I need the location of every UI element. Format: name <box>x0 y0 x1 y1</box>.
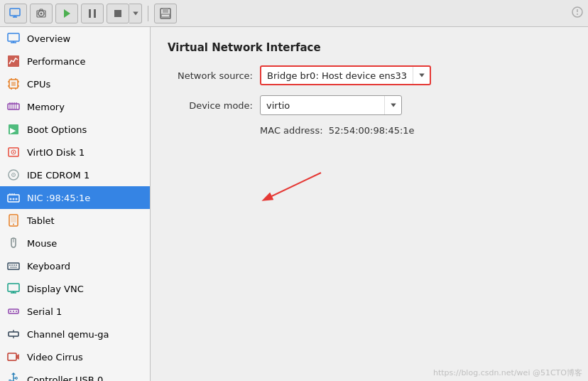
sidebar-item-video-cirrus[interactable]: Video Cirrus <box>0 345 150 368</box>
device-mode-dropdown[interactable]: virtio <box>260 95 402 115</box>
mac-address-row: MAC address: 52:54:00:98:45:1e <box>260 125 571 136</box>
save-button[interactable] <box>154 4 177 23</box>
cdrom-icon <box>6 167 21 183</box>
mouse-icon <box>6 235 21 251</box>
sidebar-item-serial-label: Serial 1 <box>27 306 62 317</box>
sidebar-item-ide-cdrom-label: IDE CDROM 1 <box>27 170 89 181</box>
sidebar-item-nic-label: NIC :98:45:1e <box>27 193 90 203</box>
svg-point-53 <box>13 198 15 200</box>
sidebar-item-performance[interactable]: Performance <box>0 50 150 73</box>
sidebar-item-overview-label: Overview <box>27 33 70 44</box>
toolbar-right-area <box>571 6 584 21</box>
svg-line-101 <box>264 173 321 200</box>
svg-rect-62 <box>13 264 15 266</box>
device-mode-row: Device mode: virtio <box>168 95 571 115</box>
watermark: https://blog.csdn.net/wei @51CTO博客 <box>433 367 582 378</box>
tablet-icon <box>6 213 21 228</box>
network-source-value: Bridge br0: Host device ens33 <box>261 70 413 81</box>
svg-rect-72 <box>9 332 18 336</box>
sidebar-item-keyboard-label: Keyboard <box>27 261 70 272</box>
sidebar-item-mouse-label: Mouse <box>27 238 57 249</box>
svg-point-71 <box>16 311 17 312</box>
device-mode-value: virtio <box>261 100 384 111</box>
svg-rect-0 <box>10 9 20 16</box>
monitor-icon <box>6 31 21 46</box>
network-source-row: Network source: Bridge br0: Host device … <box>168 65 571 85</box>
svg-point-4 <box>40 12 43 14</box>
sidebar-item-memory[interactable]: Memory <box>0 95 150 118</box>
svg-rect-65 <box>8 284 19 291</box>
svg-marker-98 <box>419 74 425 77</box>
nic-icon <box>6 190 21 205</box>
sidebar-item-controller-usb-0[interactable]: Controller USB 0 <box>0 368 150 381</box>
sidebar-item-keyboard[interactable]: Keyboard <box>0 254 150 277</box>
svg-rect-9 <box>114 10 121 17</box>
mac-address-value: 52:54:00:98:45:1e <box>329 125 415 136</box>
pause-button[interactable] <box>81 4 104 23</box>
sidebar-item-mouse[interactable]: Mouse <box>0 232 150 254</box>
svg-point-54 <box>16 198 18 200</box>
svg-rect-75 <box>8 353 16 360</box>
boot-icon: ▶ <box>6 122 21 137</box>
svg-rect-64 <box>10 267 17 268</box>
svg-point-47 <box>13 174 14 176</box>
svg-point-16 <box>577 14 578 15</box>
svg-rect-13 <box>161 14 170 17</box>
sidebar-item-channel-qemu-ga[interactable]: Channel qemu-ga <box>0 323 150 345</box>
sidebar-item-overview[interactable]: Overview <box>0 27 150 50</box>
sidebar-item-channel-label: Channel qemu-ga <box>27 329 109 340</box>
page-title: Virtual Network Interface <box>168 41 571 54</box>
usb-icon <box>6 372 21 381</box>
run-button[interactable] <box>55 4 78 23</box>
sidebar-item-virtio-disk-label: VirtIO Disk 1 <box>27 147 85 158</box>
stop-dropdown[interactable] <box>129 4 142 23</box>
snapshot-button[interactable] <box>30 4 53 23</box>
stop-button[interactable] <box>107 4 129 23</box>
sidebar-item-display-vnc[interactable]: Display VNC <box>0 277 150 300</box>
cpu-icon <box>6 76 21 92</box>
svg-rect-8 <box>94 9 96 18</box>
sidebar-item-serial-1[interactable]: Serial 1 <box>0 300 150 323</box>
monitor-button[interactable] <box>4 4 27 23</box>
sidebar-item-tablet[interactable]: Tablet <box>0 209 150 232</box>
svg-rect-59 <box>8 263 19 269</box>
svg-point-52 <box>10 198 12 200</box>
network-source-label: Network source: <box>168 70 260 81</box>
display-icon <box>6 281 21 296</box>
sidebar-item-boot-options[interactable]: ▶ Boot Options <box>0 118 150 141</box>
keyboard-icon <box>6 258 21 274</box>
network-source-dropdown-arrow[interactable] <box>413 67 430 84</box>
sidebar-item-memory-label: Memory <box>27 102 65 112</box>
sidebar-item-performance-label: Performance <box>27 56 85 67</box>
sidebar-item-virtio-disk-1[interactable]: VirtIO Disk 1 <box>0 141 150 163</box>
svg-rect-57 <box>11 216 16 222</box>
svg-point-44 <box>13 151 14 153</box>
annotation-arrow <box>250 166 335 208</box>
sidebar-item-boot-options-label: Boot Options <box>27 124 87 135</box>
svg-rect-22 <box>11 82 16 86</box>
sidebar: Overview Performance <box>0 27 151 381</box>
content-area: Virtual Network Interface Network source… <box>151 27 588 381</box>
svg-marker-78 <box>11 372 16 375</box>
svg-rect-31 <box>8 104 19 109</box>
sidebar-item-ide-cdrom-1[interactable]: IDE CDROM 1 <box>0 163 150 186</box>
main-layout: Overview Performance <box>0 27 588 381</box>
svg-marker-6 <box>64 9 70 18</box>
svg-rect-63 <box>16 264 17 266</box>
sidebar-item-display-vnc-label: Display VNC <box>27 284 84 294</box>
mac-address-label: MAC address: <box>260 125 323 136</box>
memory-icon <box>6 99 21 114</box>
disk-icon <box>6 144 21 160</box>
sidebar-item-nic[interactable]: NIC :98:45:1e <box>0 186 150 209</box>
svg-point-69 <box>10 311 11 312</box>
video-icon <box>6 349 21 365</box>
svg-rect-12 <box>163 9 168 13</box>
sidebar-item-cpus[interactable]: CPUs <box>0 73 150 95</box>
svg-marker-10 <box>133 11 138 15</box>
sidebar-item-video-label: Video Cirrus <box>27 352 83 363</box>
svg-rect-7 <box>89 9 91 18</box>
sidebar-item-cpus-label: CPUs <box>27 79 50 90</box>
device-mode-dropdown-arrow[interactable] <box>384 96 401 114</box>
svg-rect-60 <box>9 264 11 266</box>
network-source-dropdown[interactable]: Bridge br0: Host device ens33 <box>260 65 431 85</box>
